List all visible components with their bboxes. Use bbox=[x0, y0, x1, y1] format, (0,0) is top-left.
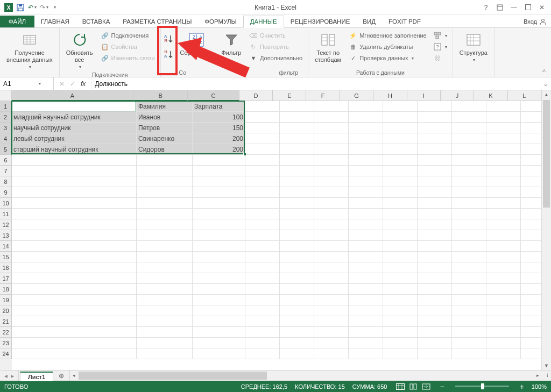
cell[interactable] bbox=[193, 209, 245, 219]
cell[interactable] bbox=[245, 187, 280, 198]
cell[interactable] bbox=[193, 262, 245, 273]
cell[interactable] bbox=[245, 219, 280, 230]
view-page-layout-icon[interactable] bbox=[407, 382, 419, 391]
cell[interactable] bbox=[12, 187, 137, 198]
insert-function-icon[interactable]: fx bbox=[81, 80, 86, 88]
tab-формулы[interactable]: ФОРМУЛЫ bbox=[198, 16, 243, 27]
cell[interactable] bbox=[452, 338, 486, 348]
cell[interactable] bbox=[452, 133, 486, 144]
cell[interactable] bbox=[452, 219, 486, 230]
zoom-thumb[interactable] bbox=[481, 383, 484, 389]
cell[interactable] bbox=[245, 112, 280, 123]
cell[interactable] bbox=[418, 198, 452, 209]
column-header[interactable]: B bbox=[133, 90, 188, 101]
column-header[interactable]: C bbox=[188, 90, 239, 101]
cell[interactable] bbox=[452, 166, 486, 176]
name-box[interactable]: ▾ bbox=[0, 77, 54, 90]
cell[interactable] bbox=[12, 316, 137, 327]
row-header[interactable]: 3 bbox=[0, 123, 12, 133]
column-header[interactable]: I bbox=[407, 90, 441, 101]
cell[interactable] bbox=[383, 133, 418, 144]
cell[interactable] bbox=[452, 327, 486, 338]
clear-filter-button[interactable]: ⌫Очистить bbox=[248, 30, 303, 41]
row-header[interactable]: 21 bbox=[0, 316, 12, 327]
cell[interactable] bbox=[280, 295, 314, 305]
cell[interactable] bbox=[12, 166, 137, 176]
cell[interactable]: Свинаренко bbox=[137, 133, 193, 144]
cell[interactable] bbox=[245, 133, 280, 144]
cell[interactable] bbox=[486, 155, 521, 166]
cell[interactable] bbox=[193, 219, 245, 230]
cell[interactable] bbox=[245, 101, 280, 112]
cell[interactable] bbox=[245, 166, 280, 176]
zoom-in-icon[interactable]: + bbox=[520, 382, 524, 391]
outline-button[interactable]: Структура ▾ bbox=[457, 30, 490, 63]
cell[interactable] bbox=[452, 316, 486, 327]
cell[interactable]: Должность bbox=[12, 101, 137, 112]
cell[interactable] bbox=[452, 123, 486, 133]
cell[interactable] bbox=[349, 338, 383, 348]
cell[interactable] bbox=[137, 316, 193, 327]
cell[interactable] bbox=[383, 187, 418, 198]
cell[interactable] bbox=[486, 252, 521, 262]
cell[interactable]: Фамилия bbox=[137, 101, 193, 112]
cell[interactable] bbox=[314, 187, 349, 198]
zoom-level[interactable]: 100% bbox=[532, 383, 547, 390]
cell[interactable] bbox=[314, 101, 349, 112]
column-header[interactable]: L bbox=[508, 90, 541, 101]
cell[interactable] bbox=[349, 316, 383, 327]
cell[interactable] bbox=[383, 123, 418, 133]
cell[interactable] bbox=[349, 273, 383, 284]
close-icon[interactable]: ✕ bbox=[538, 4, 546, 11]
cell[interactable] bbox=[486, 144, 521, 155]
cell[interactable] bbox=[383, 230, 418, 241]
cell[interactable] bbox=[486, 316, 521, 327]
cell[interactable] bbox=[486, 123, 521, 133]
cell[interactable]: Зарплата bbox=[193, 101, 245, 112]
sort-desc-button[interactable]: ЯА bbox=[163, 49, 174, 61]
add-sheet-button[interactable]: ⊕ bbox=[53, 371, 69, 381]
cell[interactable] bbox=[314, 209, 349, 219]
scroll-right-icon[interactable]: ▸ bbox=[534, 370, 541, 381]
tab-главная[interactable]: ГЛАВНАЯ bbox=[34, 16, 76, 27]
row-header[interactable]: 10 bbox=[0, 198, 12, 209]
cell[interactable]: Иванов bbox=[137, 112, 193, 123]
column-header[interactable]: F bbox=[306, 90, 340, 101]
cell[interactable] bbox=[383, 262, 418, 273]
expand-formula-bar-icon[interactable]: ⌄ bbox=[540, 80, 551, 88]
cell[interactable] bbox=[245, 273, 280, 284]
cell[interactable] bbox=[418, 348, 452, 359]
cell[interactable] bbox=[349, 144, 383, 155]
name-box-dropdown-icon[interactable]: ▾ bbox=[39, 81, 41, 86]
relationships-button[interactable]: ⛓ bbox=[432, 53, 448, 63]
cell[interactable] bbox=[452, 198, 486, 209]
cell[interactable] bbox=[486, 219, 521, 230]
tab-вставка[interactable]: ВСТАВКА bbox=[76, 16, 117, 27]
save-icon[interactable] bbox=[16, 3, 25, 12]
undo-icon[interactable]: ↶▾ bbox=[28, 3, 37, 12]
cell[interactable] bbox=[280, 305, 314, 316]
sort-button[interactable]: ZAAZ Сортировка bbox=[178, 30, 215, 58]
cell[interactable] bbox=[193, 295, 245, 305]
cell[interactable] bbox=[137, 166, 193, 176]
cell[interactable] bbox=[193, 316, 245, 327]
cell[interactable] bbox=[383, 112, 418, 123]
data-validation-button[interactable]: ✓Проверка данных▾ bbox=[348, 53, 428, 63]
cell[interactable] bbox=[314, 348, 349, 359]
cell[interactable] bbox=[245, 252, 280, 262]
row-header[interactable]: 22 bbox=[0, 327, 12, 338]
reapply-button[interactable]: ↻Повторить bbox=[248, 41, 303, 52]
advanced-filter-button[interactable]: ▼Дополнительно bbox=[248, 53, 303, 63]
scroll-left-icon[interactable]: ◂ bbox=[70, 370, 77, 381]
row-header[interactable]: 16 bbox=[0, 262, 12, 273]
cell[interactable] bbox=[383, 241, 418, 252]
cell[interactable] bbox=[12, 176, 137, 187]
row-header[interactable]: 24 bbox=[0, 348, 12, 359]
view-page-break-icon[interactable] bbox=[420, 382, 432, 391]
cell[interactable] bbox=[193, 230, 245, 241]
cell[interactable] bbox=[193, 155, 245, 166]
cell[interactable] bbox=[349, 241, 383, 252]
cell[interactable]: научный сотрудник bbox=[12, 123, 137, 133]
cell[interactable] bbox=[245, 284, 280, 295]
cell[interactable] bbox=[383, 273, 418, 284]
